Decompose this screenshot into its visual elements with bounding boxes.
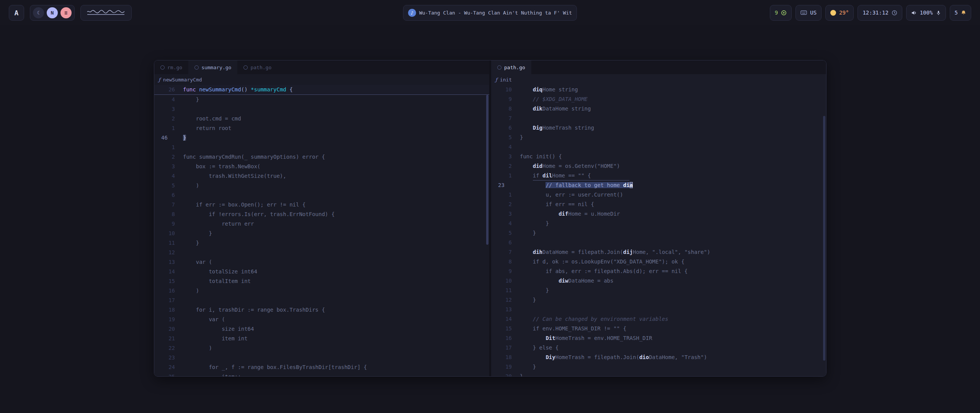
code-line: 16 DitHomeTrash = env.HOME_TRASH_DIR [491, 333, 826, 343]
code-line: 11 } [154, 238, 489, 248]
code-segment: di [639, 354, 646, 360]
workspace-browser[interactable]: ☾ [33, 7, 44, 18]
code-text: // $XDG_DATA_HOME [512, 94, 588, 104]
tab-bar-right: path.go [491, 60, 826, 74]
workspace-notes[interactable]: N [47, 7, 58, 18]
keyboard-layout-widget[interactable]: US [795, 5, 822, 21]
media-widget[interactable]: ♪ Wu-Tang Clan - Wu-Tang Clan Ain't Nuth… [403, 5, 577, 21]
code-segment: k [539, 106, 542, 112]
code-line: 3 difHome = u.HomeDir [491, 209, 826, 219]
code-line: 3func init() { [491, 152, 826, 161]
code-segment [520, 182, 546, 188]
code-line: 18 DiyHomeTrash = filepath.Join(dioDataH… [491, 353, 826, 362]
bell-icon [961, 10, 966, 16]
workspace-docs[interactable]: ≡ [60, 7, 72, 18]
code-segment: DataHome = abs [568, 278, 613, 284]
line-number: 23 [498, 180, 512, 190]
code-text [175, 104, 183, 114]
recorder-widget[interactable]: 9 [770, 5, 792, 21]
code-segment [520, 335, 546, 341]
notifications-widget[interactable]: 5 [950, 5, 971, 21]
code-text: for i, trashDir := range box.TrashDirs { [175, 305, 325, 315]
code-segment: { [289, 86, 292, 93]
code-text: root.cmd = cmd [175, 114, 241, 124]
code-text: ) [175, 286, 199, 296]
tab-path.go[interactable]: path.go [237, 60, 278, 74]
code-text: } [175, 229, 212, 238]
volume-widget[interactable]: 100% [906, 5, 946, 21]
line-number: 2 [498, 200, 512, 209]
tab-summary.go[interactable]: summary.go [188, 60, 237, 74]
line-number: 1 [498, 190, 512, 200]
line-number: 13 [161, 257, 175, 267]
scrollbar[interactable] [486, 95, 488, 245]
line-number: 17 [161, 296, 175, 305]
line-number: 3 [498, 152, 512, 161]
line-number: 1 [161, 143, 175, 152]
line-number: 6 [161, 190, 175, 200]
code-segment [520, 163, 533, 169]
line-number: 15 [498, 324, 512, 333]
tab-rm.go[interactable]: rm.go [154, 60, 188, 74]
code-line: 11 } [491, 286, 826, 295]
line-number: 1 [161, 124, 175, 133]
line-number: 8 [498, 104, 512, 114]
code-segment: for i, trashDir := range box.TrashDirs { [183, 307, 325, 313]
line-number: 23 [161, 353, 175, 363]
line-number: 19 [161, 315, 175, 324]
weather-widget[interactable]: 29° [825, 5, 854, 21]
code-line: 4 } [154, 95, 489, 104]
code-segment: var ( [183, 316, 225, 322]
line-number: 17 [498, 343, 512, 353]
editor-pane-right: path.go ƒ init 10 diqHome string9 // $XD… [491, 60, 826, 376]
code-text: item int [175, 334, 248, 343]
code-text: } else { [512, 343, 559, 353]
code-segment: o [646, 354, 649, 360]
code-text [175, 143, 183, 152]
line-number: 1 [498, 171, 512, 180]
line-number: 2 [161, 114, 175, 124]
function-icon: ƒ [158, 77, 160, 83]
code-line: 23 // fallback to get home dia [491, 180, 826, 190]
line-number: 4 [498, 142, 512, 152]
code-text [175, 353, 183, 363]
window-title-widget[interactable] [80, 5, 132, 21]
tab-path.go[interactable]: path.go [491, 60, 531, 74]
temperature: 29° [839, 10, 849, 16]
code-line: 25 item++ [154, 372, 489, 376]
code-line: 14 totalSize int64 [154, 267, 489, 276]
code-segment [196, 86, 199, 93]
code-segment: } [183, 240, 199, 246]
code-segment: } [183, 96, 199, 102]
launcher-button[interactable]: A [9, 5, 24, 21]
code-text: totalItem int [175, 276, 251, 286]
line-number: 16 [498, 333, 512, 343]
go-file-icon [243, 65, 248, 70]
tab-label: path.go [504, 65, 525, 70]
line-number: 9 [498, 267, 512, 276]
code-text: DiyHomeTrash = filepath.Join(dioDataHome… [512, 353, 707, 362]
code-segment: if err == nil { [520, 201, 594, 207]
clock-time: 12:31:12 [862, 10, 888, 16]
media-title: Wu-Tang Clan - Wu-Tang Clan Ain't Nuthin… [419, 10, 572, 16]
code-text: func newSummaryCmd() *summaryCmd { [175, 85, 293, 94]
code-segment: // fallback to get home [546, 182, 623, 188]
code-area-left[interactable]: 4 }32 root.cmd = cmd1 return root46}12fu… [154, 95, 489, 376]
code-text: } [512, 219, 549, 228]
keyboard-layout: US [810, 10, 817, 16]
code-segment [286, 86, 289, 93]
scrollbar[interactable] [823, 116, 825, 361]
code-text: if env.HOME_TRASH_DIR != "" { [512, 324, 626, 333]
code-segment [520, 106, 533, 112]
code-text: func summaryCmdRun(_ summaryOptions) err… [175, 152, 325, 162]
code-segment: func summaryCmdRun(_ summaryOptions) err… [183, 154, 325, 160]
line-number: 8 [498, 257, 512, 267]
code-text: func init() { [512, 152, 562, 161]
code-area-right[interactable]: 10 diqHome string9 // $XDG_DATA_HOME8 di… [491, 85, 826, 376]
code-segment: } [520, 220, 549, 226]
code-line: 7 if err := box.Open(); err != nil { [154, 200, 489, 210]
code-segment: DataHome = filepath.Join( [542, 249, 623, 255]
clock-widget[interactable]: 12:31:12 [858, 5, 902, 21]
line-number: 3 [498, 209, 512, 219]
tab-label: rm.go [167, 65, 182, 70]
